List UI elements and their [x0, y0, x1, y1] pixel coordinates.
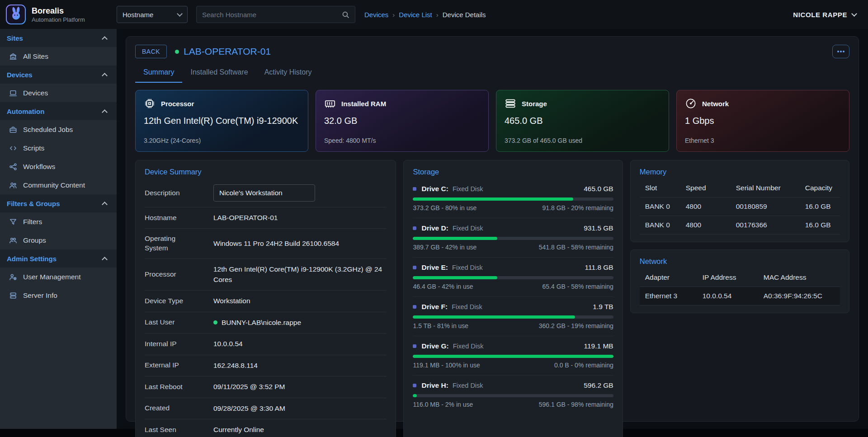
memory-column-header: Capacity — [805, 184, 835, 192]
summary-value: 162.248.8.114 — [213, 361, 387, 371]
breadcrumb-device-list[interactable]: Device List — [399, 11, 432, 19]
chevron-up-icon — [102, 109, 108, 115]
drive-usage-fill — [413, 237, 497, 240]
panel-title: Network — [640, 257, 840, 266]
device-details-panel: BACK LAB-OPERATOR-01 Summary Installed S… — [126, 36, 859, 422]
building-icon — [9, 52, 17, 61]
tab-summary[interactable]: Summary — [135, 64, 182, 83]
page-title: LAB-OPERATOR-01 — [184, 46, 271, 57]
sidebar-section-devices[interactable]: Devices — [0, 66, 117, 84]
sidebar-item-devices[interactable]: Devices — [0, 84, 117, 102]
brand-subtitle: Automation Platform — [32, 16, 85, 23]
code-icon — [9, 144, 17, 152]
network-column-header: IP Address — [703, 273, 764, 282]
network-row: Ethernet 310.0.0.54A0:36:9F:94:26:5C — [640, 287, 840, 305]
summary-row: Last User BUNNY-LAB\nicole.rappe — [145, 312, 387, 334]
stat-card-title: Storage — [522, 100, 547, 108]
tab-installed-software[interactable]: Installed Software — [182, 64, 256, 83]
network-table-body: Ethernet 310.0.0.54A0:36:9F:94:26:5C — [640, 287, 840, 305]
sidebar-item-label: Groups — [23, 236, 46, 244]
summary-value: Currently Online — [213, 425, 387, 435]
drive-type: Fixed Disk — [452, 303, 482, 310]
search-box[interactable] — [196, 6, 355, 23]
breadcrumb: Devices › Device List › Device Details — [364, 11, 486, 19]
breadcrumb-devices[interactable]: Devices — [364, 11, 388, 19]
stat-card-value: 12th Gen Intel(R) Core(TM) i9-12900K — [144, 116, 300, 126]
drive-usage-bar — [413, 276, 613, 279]
drive-total-size: 119.1 MB — [584, 342, 613, 350]
drive-remaining: 0.0 B - 0% remaining — [554, 362, 613, 369]
sidebar-section-label: Filters & Groups — [7, 200, 60, 207]
sidebar-section-label: Automation — [7, 108, 44, 115]
sidebar-section-automation[interactable]: Automation — [0, 102, 117, 120]
ram-icon — [324, 98, 336, 109]
drive-used: 389.7 GB - 42% in use — [413, 244, 476, 251]
summary-row: Hostname LAB-OPERATOR-01 — [145, 207, 387, 229]
drive-total-size: 931.5 GB — [584, 224, 613, 232]
tab-activity-history[interactable]: Activity History — [256, 64, 320, 83]
drive-name: Drive H: — [421, 381, 448, 390]
summary-label: Hostname — [145, 213, 197, 223]
summary-label: External IP — [145, 361, 197, 370]
summary-value: 10.0.0.54 — [213, 339, 387, 349]
memory-table-header: SlotSpeedSerial NumberCapacity — [640, 179, 840, 197]
sidebar-item-filters[interactable]: Filters — [0, 212, 117, 231]
sidebar-section-sites[interactable]: Sites — [0, 29, 117, 47]
sidebar-section-label: Sites — [7, 34, 23, 42]
sidebar-item-all-sites[interactable]: All Sites — [0, 47, 117, 66]
memory-column-header: Speed — [686, 184, 736, 192]
sidebar-section-admin-settings[interactable]: Admin Settings — [0, 249, 117, 268]
summary-label: Description — [145, 188, 197, 198]
drive-name: Drive D: — [421, 224, 448, 232]
stat-card-footer: Ethernet 3 — [685, 137, 841, 144]
breadcrumb-device-details: Device Details — [443, 11, 486, 19]
sidebar-item-community-content[interactable]: Community Content — [0, 176, 117, 194]
briefcase-icon — [9, 126, 17, 134]
sidebar-item-scheduled-jobs[interactable]: Scheduled Jobs — [0, 120, 117, 139]
drive-bullet-icon — [413, 305, 416, 309]
summary-row: Last Seen Currently Online — [145, 419, 387, 437]
description-input[interactable] — [213, 184, 315, 202]
drive-total-size: 465.0 GB — [584, 185, 613, 193]
sidebar-item-label: Community Content — [23, 181, 85, 189]
right-column: Memory SlotSpeedSerial NumberCapacity — [630, 160, 849, 437]
drive-type: Fixed Disk — [452, 264, 483, 271]
search-input[interactable] — [202, 11, 342, 19]
drive-name: Drive C: — [421, 185, 448, 193]
summary-row: External IP 162.248.8.114 — [145, 355, 387, 376]
user-menu[interactable]: NICOLE RAPPE — [793, 11, 856, 19]
sidebar-item-workflows[interactable]: Workflows — [0, 157, 117, 176]
stat-card-footer: 3.20GHz (24-Cores) — [144, 137, 300, 144]
sidebar-item-user-management[interactable]: User Management — [0, 268, 117, 286]
gauge-icon — [685, 98, 697, 109]
drive-usage-bar — [413, 315, 613, 319]
people-icon — [9, 181, 17, 189]
more-options-button[interactable] — [832, 45, 849, 58]
main-area: BACK LAB-OPERATOR-01 Summary Installed S… — [117, 29, 868, 429]
sidebar-section-filters-groups[interactable]: Filters & Groups — [0, 194, 117, 212]
network-column-header: Adapter — [645, 273, 703, 282]
summary-value-text: Workstation — [213, 296, 250, 306]
drive-usage-fill — [413, 355, 613, 358]
drive-name: Drive F: — [421, 303, 448, 311]
sidebar-item-groups[interactable]: Groups — [0, 231, 117, 249]
stat-card-title: Network — [702, 100, 729, 108]
drive-bullet-icon — [413, 187, 416, 191]
memory-row: BANK 048000018085916.0 GB — [640, 197, 840, 216]
drive-used: 46.4 GB - 42% in use — [413, 283, 473, 290]
brand: Borealis Automation Platform — [0, 4, 117, 25]
breadcrumb-separator: › — [392, 11, 395, 19]
drive-total-size: 1.9 TB — [593, 303, 613, 311]
hostname-filter-select[interactable]: Hostname — [117, 6, 188, 23]
sidebar-item-label: All Sites — [23, 52, 48, 61]
back-button[interactable]: BACK — [135, 45, 167, 58]
summary-value-text: 09/11/2025 @ 3:52 PM — [213, 382, 285, 392]
stat-card-value: 465.0 GB — [505, 116, 660, 126]
chevron-up-icon — [102, 36, 108, 42]
drive-usage-bar — [413, 355, 613, 358]
sidebar-item-scripts[interactable]: Scripts — [0, 139, 117, 157]
sidebar-item-server-info[interactable]: Server Info — [0, 286, 117, 305]
summary-value-text: 12th Gen Intel(R) Core(TM) i9-12900K (3.… — [213, 264, 387, 285]
funnel-icon — [9, 218, 17, 226]
memory-table-body: BANK 048000018085916.0 GB BANK 048000017… — [640, 197, 840, 235]
